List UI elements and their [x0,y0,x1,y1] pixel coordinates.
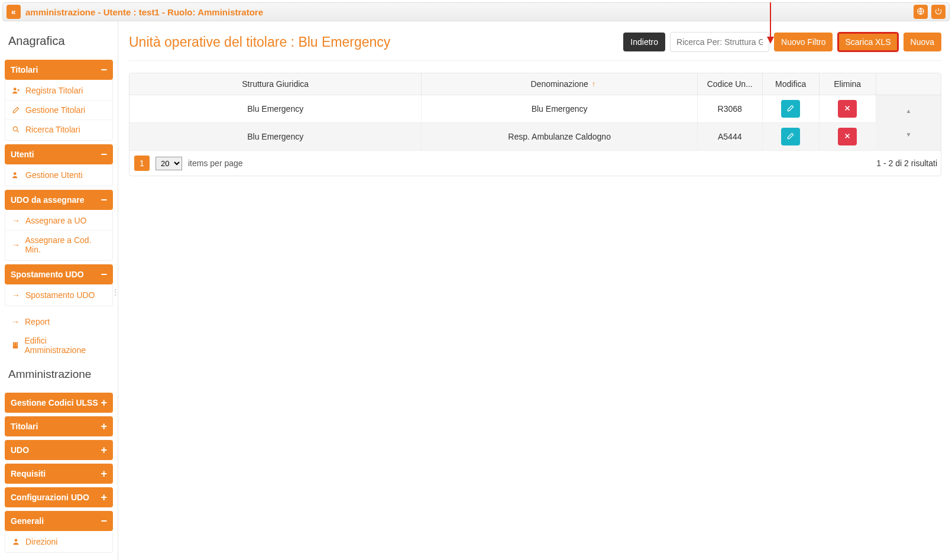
sidebar-section-label: Utenti [11,150,34,159]
search-icon [11,125,21,134]
current-page[interactable]: 1 [134,156,150,171]
chevron-double-left-icon: « [11,7,16,17]
sidebar-section-utenti[interactable]: Utenti − [5,144,113,164]
col-header-denominazione[interactable]: Denominazione ↑ [422,73,697,95]
sidebar-item-direzioni[interactable]: Direzioni [5,532,112,551]
svg-rect-7 [14,345,14,345]
sidebar-item-assegnare-uo[interactable]: → Assegnare a UO [5,211,112,231]
sidebar-section-label: Configurazioni UDO [11,493,89,502]
pagination-bar: 1 20 items per page 1 - 2 di 2 risultati [129,151,941,176]
sidebar-item-label: Ricerca Titolari [25,125,80,134]
globe-icon [917,7,925,17]
sidebar-item-report[interactable]: → Report [5,312,113,331]
sidebar-item-label: Spostamento UDO [25,290,95,300]
sidebar-item-label: Assegnare a UO [25,216,87,225]
new-filter-button[interactable]: Nuovo Filtro [774,33,833,51]
sidebar-item-ricerca-titolari[interactable]: Ricerca Titolari [5,120,112,139]
arrow-right-icon: → [11,290,21,300]
per-page-label: items per page [188,158,243,168]
sidebar-section-label: Generali [11,516,44,526]
sidebar-item-edifici[interactable]: Edifici Amministrazione [5,331,113,360]
sidebar-item-label: Edifici Amministrazione [25,336,108,355]
minus-icon: − [101,64,107,75]
close-icon [843,132,851,142]
new-button[interactable]: Nuova [904,33,941,51]
cell-codice: A5444 [697,123,762,151]
sidebar-collapse-button[interactable]: « [7,5,21,19]
svg-point-9 [15,539,18,542]
sidebar-section-spostamento[interactable]: Spostamento UDO − [5,264,113,284]
sidebar-section-admin-udo[interactable]: UDO + [5,440,113,460]
sidebar-section-spostamento-body: → Spostamento UDO [5,284,113,306]
sidebar-section-label: Gestione Codici ULSS [11,398,98,407]
main-content: Unità operative del titolare : Blu Emerg… [118,21,952,560]
edit-row-button[interactable] [781,128,800,145]
plus-icon: + [101,445,107,455]
sidebar-item-gestione-utenti[interactable]: Gestione Utenti [5,166,112,184]
power-icon [934,7,943,17]
sidebar-item-label: Registra Titolari [25,86,83,95]
page-title: Unità operative del titolare : Blu Emerg… [129,34,619,50]
user-icon [11,538,21,546]
sidebar-section-udo-assegnare[interactable]: UDO da assegnare − [5,190,113,210]
cell-modifica [762,123,819,151]
svg-point-1 [14,88,17,90]
sidebar-item-assegnare-codmin[interactable]: → Assegnare a Cod. Min. [5,231,112,259]
svg-rect-5 [14,344,14,344]
sidebar-section-label: Titolari [11,65,38,75]
sidebar-heading-amministrazione: Amministrazione [5,360,113,389]
delete-row-button[interactable] [838,128,857,145]
delete-row-button[interactable] [838,100,857,118]
cell-denominazione: Resp. Ambulanze Caldogno [422,123,697,151]
edit-row-button[interactable] [781,100,800,118]
sidebar-item-registra-titolari[interactable]: Registra Titolari [5,81,112,101]
col-header-modifica: Modifica [762,73,819,95]
sidebar-item-label: Direzioni [25,537,57,546]
download-xls-button[interactable]: Scarica XLS [837,32,898,52]
sidebar-item-gestione-titolari[interactable]: Gestione Titolari [5,101,112,120]
per-page-select[interactable]: 20 [156,157,182,170]
col-header-struttura[interactable]: Struttura Giuridica [129,73,422,95]
sidebar-section-generali[interactable]: Generali − [5,511,113,531]
svg-rect-6 [16,344,17,344]
sidebar-item-spostamento-udo[interactable]: → Spostamento UDO [5,286,112,305]
sidebar-section-generali-body: Direzioni [5,531,113,553]
sidebar-item-label: Gestione Titolari [25,105,85,115]
sidebar-section-label: UDO da assegnare [11,195,85,205]
sidebar-item-label: Gestione Utenti [25,170,83,180]
col-header-elimina: Elimina [819,73,876,95]
edit-icon [786,132,795,142]
globe-button[interactable] [914,5,928,19]
sidebar-section-configurazioni-udo[interactable]: Configurazioni UDO + [5,487,113,507]
search-input[interactable] [670,32,769,52]
results-count: 1 - 2 di 2 risultati [876,158,937,168]
sidebar-section-titolari[interactable]: Titolari − [5,60,113,80]
sidebar-section-label: Requisiti [11,469,46,478]
svg-rect-4 [13,342,18,349]
scrollbar[interactable]: ▲ ▼ [876,95,941,151]
cell-codice: R3068 [697,95,762,123]
back-button[interactable]: Indietro [623,33,665,51]
plus-icon: + [101,397,107,408]
cell-modifica [762,95,819,123]
plus-icon: + [101,421,107,432]
col-header-codice[interactable]: Codice Un... [697,73,762,95]
sidebar-section-label: Spostamento UDO [11,270,84,279]
sidebar-resize-handle[interactable] [112,21,118,560]
sidebar-section-udo-body: → Assegnare a UO → Assegnare a Cod. Min. [5,210,113,261]
power-button[interactable] [931,5,945,19]
table-row: Blu Emergency Blu Emergency R3068 [129,95,941,123]
sidebar-section-admin-titolari[interactable]: Titolari + [5,416,113,436]
plus-icon: + [101,468,107,479]
edit-icon [11,106,21,114]
edit-icon [786,104,795,114]
sidebar-section-requisiti[interactable]: Requisiti + [5,464,113,484]
page-header: Unità operative del titolare : Blu Emerg… [129,32,941,61]
cell-denominazione: Blu Emergency [422,95,697,123]
sidebar-section-gestione-codici-ulss[interactable]: Gestione Codici ULSS + [5,393,113,413]
arrow-right-icon: → [11,317,20,326]
minus-icon: − [101,516,107,526]
scroll-down-icon: ▼ [881,132,936,138]
sidebar: Anagrafica Titolari − Registra Titolari … [0,21,118,560]
svg-point-3 [14,172,17,175]
